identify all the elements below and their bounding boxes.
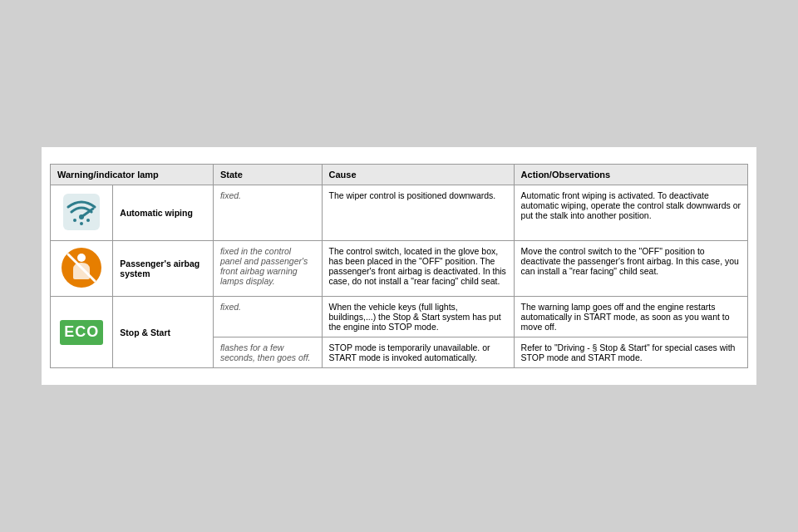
warning-table: Warning/indicator lamp State Cause Actio… xyxy=(50,164,748,368)
cause-airbag: The control switch, located in the glove… xyxy=(322,241,514,297)
svg-point-5 xyxy=(86,219,90,222)
state-wiper: fixed. xyxy=(213,185,322,241)
lamp-name-airbag: Passenger's airbag system xyxy=(113,241,214,297)
icon-cell-airbag xyxy=(51,241,113,297)
header-cause: Cause xyxy=(322,165,514,185)
icon-cell-eco: ECO xyxy=(51,297,113,368)
header-action: Action/Observations xyxy=(514,165,747,185)
lamp-name-wiper: Automatic wiping xyxy=(113,185,214,241)
table-row: Automatic wiping fixed. The wiper contro… xyxy=(51,185,748,241)
airbag-icon xyxy=(60,246,103,289)
wiper-icon xyxy=(60,190,103,234)
header-state: State xyxy=(213,165,322,185)
table-row: Passenger's airbag system fixed in the c… xyxy=(51,241,748,297)
state-stopstart-2: flashes for a few seconds, then goes off… xyxy=(213,337,322,368)
header-lamp: Warning/indicator lamp xyxy=(51,165,214,185)
lamp-name-stopstart: Stop & Start xyxy=(113,297,214,368)
table-row: ECO Stop & Start fixed. When the vehicle… xyxy=(51,297,748,337)
page-container: Warning/indicator lamp State Cause Actio… xyxy=(42,147,756,385)
eco-icon: ECO xyxy=(60,320,103,345)
svg-point-7 xyxy=(77,254,86,262)
action-wiper: Automatic front wiping is activated. To … xyxy=(514,185,747,241)
svg-point-4 xyxy=(80,222,83,225)
cause-stopstart-2: STOP mode is temporarily unavailable. or… xyxy=(322,337,514,368)
icon-cell-wiper xyxy=(51,185,113,241)
cause-wiper: The wiper control is positioned downward… xyxy=(322,185,514,241)
cause-stopstart-1: When the vehicle keys (full lights, buil… xyxy=(322,297,514,337)
state-airbag: fixed in the control panel and passenger… xyxy=(213,241,322,297)
action-airbag: Move the control switch to the "OFF" pos… xyxy=(514,241,747,297)
svg-point-2 xyxy=(79,214,84,219)
svg-point-3 xyxy=(73,219,76,222)
action-stopstart-1: The warning lamp goes off and the engine… xyxy=(514,297,747,337)
action-stopstart-2: Refer to "Driving - § Stop & Start" for … xyxy=(514,337,747,368)
state-stopstart-1: fixed. xyxy=(213,297,322,337)
